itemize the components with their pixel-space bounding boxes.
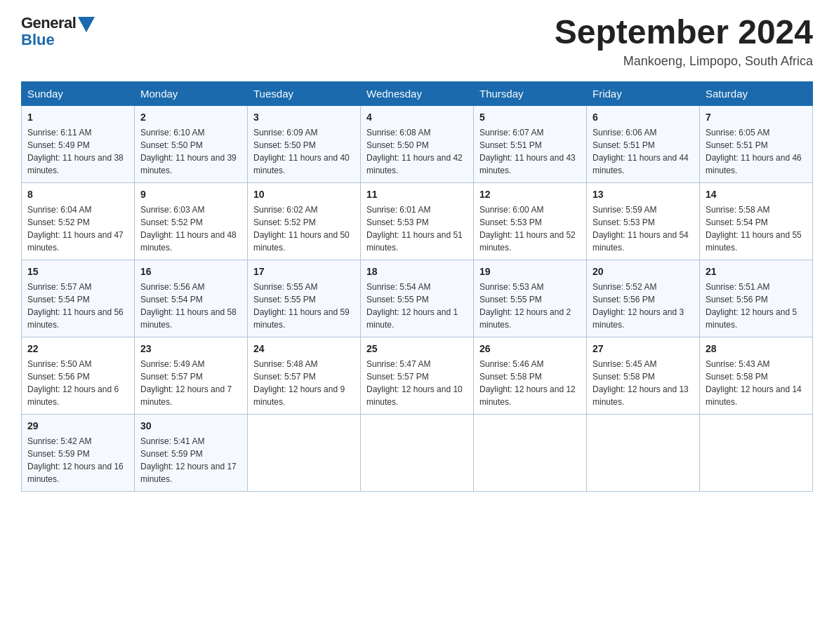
- day-number: 11: [366, 187, 468, 201]
- table-row: 17 Sunrise: 5:55 AMSunset: 5:55 PMDaylig…: [248, 260, 361, 337]
- logo-blue-text: Blue: [21, 31, 55, 49]
- table-row: 12 Sunrise: 6:00 AMSunset: 5:53 PMDaylig…: [474, 182, 587, 260]
- table-row: 30 Sunrise: 5:41 AMSunset: 5:59 PMDaylig…: [135, 414, 248, 491]
- table-row: 16 Sunrise: 5:56 AMSunset: 5:54 PMDaylig…: [135, 260, 248, 337]
- table-row: 11 Sunrise: 6:01 AMSunset: 5:53 PMDaylig…: [361, 182, 474, 260]
- day-number: 17: [253, 264, 355, 279]
- day-number: 2: [140, 110, 241, 124]
- day-number: 27: [593, 342, 694, 356]
- day-number: 14: [706, 187, 807, 201]
- col-saturday: Saturday: [700, 81, 813, 105]
- table-row: [361, 414, 474, 491]
- day-info: Sunrise: 6:06 AMSunset: 5:51 PMDaylight:…: [593, 128, 689, 175]
- day-info: Sunrise: 5:51 AMSunset: 5:56 PMDaylight:…: [706, 282, 797, 330]
- col-wednesday: Wednesday: [361, 81, 474, 105]
- day-number: 4: [366, 110, 468, 124]
- table-row: 6 Sunrise: 6:06 AMSunset: 5:51 PMDayligh…: [587, 105, 700, 182]
- table-row: 20 Sunrise: 5:52 AMSunset: 5:56 PMDaylig…: [587, 260, 700, 337]
- day-info: Sunrise: 5:52 AMSunset: 5:56 PMDaylight:…: [593, 282, 684, 330]
- day-info: Sunrise: 6:08 AMSunset: 5:50 PMDaylight:…: [366, 128, 463, 175]
- day-number: 30: [140, 419, 241, 433]
- table-row: 24 Sunrise: 5:48 AMSunset: 5:57 PMDaylig…: [248, 337, 361, 414]
- table-row: 1 Sunrise: 6:11 AMSunset: 5:49 PMDayligh…: [22, 105, 135, 182]
- day-info: Sunrise: 5:54 AMSunset: 5:55 PMDaylight:…: [366, 282, 458, 330]
- logo: General Blue: [21, 14, 95, 49]
- day-info: Sunrise: 5:48 AMSunset: 5:57 PMDaylight:…: [253, 359, 345, 407]
- table-row: 2 Sunrise: 6:10 AMSunset: 5:50 PMDayligh…: [135, 105, 248, 182]
- day-number: 6: [593, 110, 694, 124]
- day-number: 13: [593, 187, 694, 201]
- col-monday: Monday: [135, 81, 248, 105]
- table-row: [248, 414, 361, 491]
- table-row: 14 Sunrise: 5:58 AMSunset: 5:54 PMDaylig…: [700, 182, 813, 260]
- day-info: Sunrise: 6:01 AMSunset: 5:53 PMDaylight:…: [366, 205, 463, 253]
- calendar-week-row: 15 Sunrise: 5:57 AMSunset: 5:54 PMDaylig…: [22, 260, 813, 337]
- table-row: 3 Sunrise: 6:09 AMSunset: 5:50 PMDayligh…: [248, 105, 361, 182]
- day-info: Sunrise: 5:46 AMSunset: 5:58 PMDaylight:…: [479, 359, 576, 407]
- day-number: 19: [479, 264, 581, 279]
- table-row: 5 Sunrise: 6:07 AMSunset: 5:51 PMDayligh…: [474, 105, 587, 182]
- day-number: 7: [706, 110, 807, 124]
- table-row: 27 Sunrise: 5:45 AMSunset: 5:58 PMDaylig…: [587, 337, 700, 414]
- table-row: 8 Sunrise: 6:04 AMSunset: 5:52 PMDayligh…: [22, 182, 135, 260]
- day-info: Sunrise: 6:11 AMSunset: 5:49 PMDaylight:…: [27, 128, 124, 175]
- day-info: Sunrise: 6:00 AMSunset: 5:53 PMDaylight:…: [479, 205, 576, 253]
- table-row: 7 Sunrise: 6:05 AMSunset: 5:51 PMDayligh…: [700, 105, 813, 182]
- day-info: Sunrise: 5:45 AMSunset: 5:58 PMDaylight:…: [593, 359, 689, 407]
- day-number: 10: [253, 187, 355, 201]
- day-info: Sunrise: 6:05 AMSunset: 5:51 PMDaylight:…: [706, 128, 802, 175]
- table-row: 28 Sunrise: 5:43 AMSunset: 5:58 PMDaylig…: [700, 337, 813, 414]
- day-info: Sunrise: 6:10 AMSunset: 5:50 PMDaylight:…: [140, 128, 237, 175]
- table-row: 10 Sunrise: 6:02 AMSunset: 5:52 PMDaylig…: [248, 182, 361, 260]
- day-number: 20: [593, 264, 694, 279]
- day-number: 18: [366, 264, 468, 279]
- day-number: 9: [140, 187, 241, 201]
- day-number: 21: [706, 264, 807, 279]
- calendar-week-row: 1 Sunrise: 6:11 AMSunset: 5:49 PMDayligh…: [22, 105, 813, 182]
- calendar-week-row: 8 Sunrise: 6:04 AMSunset: 5:52 PMDayligh…: [22, 182, 813, 260]
- col-sunday: Sunday: [22, 81, 135, 105]
- table-row: 13 Sunrise: 5:59 AMSunset: 5:53 PMDaylig…: [587, 182, 700, 260]
- day-info: Sunrise: 5:42 AMSunset: 5:59 PMDaylight:…: [27, 436, 124, 484]
- day-info: Sunrise: 5:43 AMSunset: 5:58 PMDaylight:…: [706, 359, 802, 407]
- calendar-week-row: 29 Sunrise: 5:42 AMSunset: 5:59 PMDaylig…: [22, 414, 813, 491]
- day-info: Sunrise: 5:57 AMSunset: 5:54 PMDaylight:…: [27, 282, 124, 330]
- table-row: 19 Sunrise: 5:53 AMSunset: 5:55 PMDaylig…: [474, 260, 587, 337]
- location-subtitle: Mankoeng, Limpopo, South Africa: [555, 54, 813, 69]
- day-number: 28: [706, 342, 807, 356]
- logo-arrow-icon: [78, 17, 95, 32]
- day-number: 12: [479, 187, 581, 201]
- day-info: Sunrise: 5:49 AMSunset: 5:57 PMDaylight:…: [140, 359, 232, 407]
- table-row: 18 Sunrise: 5:54 AMSunset: 5:55 PMDaylig…: [361, 260, 474, 337]
- table-row: 15 Sunrise: 5:57 AMSunset: 5:54 PMDaylig…: [22, 260, 135, 337]
- day-info: Sunrise: 5:47 AMSunset: 5:57 PMDaylight:…: [366, 359, 463, 407]
- day-info: Sunrise: 6:04 AMSunset: 5:52 PMDaylight:…: [27, 205, 124, 253]
- col-friday: Friday: [587, 81, 700, 105]
- table-row: [474, 414, 587, 491]
- col-thursday: Thursday: [474, 81, 587, 105]
- table-row: [700, 414, 813, 491]
- day-number: 22: [27, 342, 128, 356]
- table-row: [587, 414, 700, 491]
- table-row: 25 Sunrise: 5:47 AMSunset: 5:57 PMDaylig…: [361, 337, 474, 414]
- day-info: Sunrise: 5:53 AMSunset: 5:55 PMDaylight:…: [479, 282, 571, 330]
- table-row: 22 Sunrise: 5:50 AMSunset: 5:56 PMDaylig…: [22, 337, 135, 414]
- day-info: Sunrise: 6:09 AMSunset: 5:50 PMDaylight:…: [253, 128, 350, 175]
- day-number: 1: [27, 110, 128, 124]
- day-number: 3: [253, 110, 355, 124]
- month-title: September 2024: [555, 14, 813, 51]
- day-number: 23: [140, 342, 241, 356]
- day-info: Sunrise: 5:58 AMSunset: 5:54 PMDaylight:…: [706, 205, 802, 253]
- day-info: Sunrise: 5:41 AMSunset: 5:59 PMDaylight:…: [140, 436, 237, 484]
- day-info: Sunrise: 6:03 AMSunset: 5:52 PMDaylight:…: [140, 205, 237, 253]
- day-info: Sunrise: 5:50 AMSunset: 5:56 PMDaylight:…: [27, 359, 119, 407]
- day-number: 29: [27, 419, 128, 433]
- day-number: 26: [479, 342, 581, 356]
- day-number: 15: [27, 264, 128, 279]
- day-number: 5: [479, 110, 581, 124]
- day-number: 24: [253, 342, 355, 356]
- table-row: 4 Sunrise: 6:08 AMSunset: 5:50 PMDayligh…: [361, 105, 474, 182]
- calendar-table: Sunday Monday Tuesday Wednesday Thursday…: [21, 81, 813, 492]
- day-number: 8: [27, 187, 128, 201]
- day-info: Sunrise: 5:59 AMSunset: 5:53 PMDaylight:…: [593, 205, 689, 253]
